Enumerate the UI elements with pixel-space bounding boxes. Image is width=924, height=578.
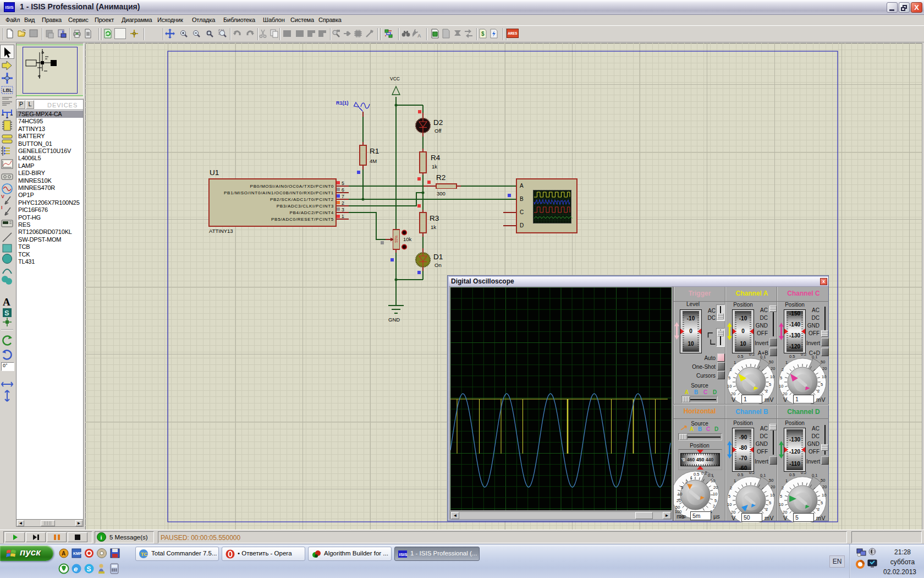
svg-text:VCC: VCC [390, 76, 400, 81]
svg-text:5: 5 [342, 181, 344, 186]
svg-text:1: 1 [342, 214, 344, 219]
svg-text:PB2/SCK/ADC1/T0/PCINT2: PB2/SCK/ADC1/T0/PCINT2 [270, 197, 334, 202]
svg-text:5: 5 [714, 498, 717, 503]
svg-text:10: 10 [770, 493, 774, 498]
svg-text:20: 20 [771, 366, 775, 371]
svg-text:2: 2 [766, 389, 768, 394]
svg-text:D2: D2 [433, 118, 443, 127]
svg-text:0.5: 0.5 [738, 354, 743, 359]
svg-text:2: 2 [782, 367, 784, 372]
svg-text:0.2: 0.2 [749, 353, 755, 357]
svg-text:5: 5 [821, 500, 823, 505]
svg-text:PB4/ADC2/PCINT4: PB4/ADC2/PCINT4 [289, 210, 334, 215]
svg-text:0.5: 0.5 [789, 472, 795, 477]
svg-text:S: S [87, 565, 91, 573]
svg-text:ISIS: ISIS [399, 552, 408, 557]
svg-text:PB0/MOSI/AIN0/OC0A/TXD/PCINT0: PB0/MOSI/AIN0/OC0A/TXD/PCINT0 [250, 184, 334, 189]
svg-text:2: 2 [766, 507, 768, 512]
svg-text:0.2: 0.2 [801, 353, 806, 357]
svg-text:10: 10 [779, 502, 783, 507]
svg-text:20: 20 [771, 484, 775, 489]
svg-text:0.1: 0.1 [812, 355, 817, 359]
svg-text:10: 10 [779, 384, 783, 389]
svg-text:1: 1 [785, 360, 788, 365]
svg-text:5: 5 [769, 382, 771, 387]
svg-text:A: A [62, 550, 65, 557]
svg-text:2: 2 [782, 486, 784, 490]
svg-text:2: 2 [342, 200, 344, 206]
svg-text:2: 2 [713, 504, 715, 509]
svg-text:0.1: 0.1 [760, 473, 766, 478]
svg-text:2: 2 [817, 389, 820, 394]
svg-text:20: 20 [822, 366, 827, 371]
svg-text:ATTINY13: ATTINY13 [209, 228, 233, 234]
svg-text:5: 5 [821, 382, 823, 387]
svg-text:10: 10 [727, 384, 732, 389]
svg-text:2: 2 [817, 507, 820, 512]
svg-text:V: V [1, 194, 4, 199]
svg-text:TC: TC [141, 552, 147, 557]
svg-text:7: 7 [342, 194, 344, 199]
svg-text:4M: 4M [370, 158, 377, 164]
svg-text:1: 1 [690, 475, 692, 480]
svg-text:R3: R3 [430, 214, 439, 222]
svg-text:20: 20 [713, 485, 718, 490]
svg-text:0.5: 0.5 [738, 472, 743, 477]
svg-text:A: A [520, 183, 524, 189]
svg-text:1k: 1k [432, 163, 437, 170]
svg-text:3: 3 [342, 207, 344, 212]
svg-text:0.1: 0.1 [812, 473, 817, 478]
svg-text:PB3/ADC3/CLKI/PCINT3: PB3/ADC3/CLKI/PCINT3 [277, 204, 334, 209]
svg-text:5: 5 [728, 494, 730, 499]
svg-text:10: 10 [678, 492, 682, 497]
svg-text:PB5/ADC0/RESET/PCINT5: PB5/ADC0/RESET/PCINT5 [271, 217, 334, 222]
svg-text:20: 20 [783, 510, 787, 515]
svg-text:50: 50 [769, 478, 773, 483]
svg-text:50%: 50% [394, 236, 398, 243]
svg-text:PB1/MISO/INT0/AIN1/OC0B/INT0/R: PB1/MISO/INT0/AIN1/OC0B/INT0/RXD/PCINT1 [224, 190, 334, 195]
svg-text:1: 1 [785, 478, 788, 483]
svg-text:Off: Off [435, 128, 442, 134]
svg-text:50: 50 [711, 478, 715, 483]
svg-text:20: 20 [822, 484, 827, 489]
svg-text:20: 20 [731, 391, 735, 396]
svg-text:10: 10 [727, 502, 732, 507]
svg-text:300: 300 [437, 190, 446, 197]
svg-text:U1: U1 [210, 168, 219, 177]
svg-text:0.2: 0.2 [701, 471, 707, 476]
svg-text:0.2: 0.2 [801, 472, 806, 475]
svg-text:C: C [520, 209, 524, 215]
svg-text:0.2: 0.2 [749, 472, 755, 475]
svg-text:2: 2 [685, 479, 688, 484]
svg-text:1: 1 [734, 360, 736, 365]
svg-text:20: 20 [783, 391, 787, 396]
svg-text:R4: R4 [431, 154, 441, 162]
svg-text:0.1: 0.1 [708, 473, 713, 478]
svg-text:0.5: 0.5 [694, 472, 699, 477]
svg-text:10: 10 [713, 492, 717, 497]
svg-text:1: 1 [734, 478, 736, 483]
svg-text:5: 5 [780, 375, 782, 380]
svg-text:GND: GND [388, 317, 400, 323]
svg-text:0.5: 0.5 [789, 354, 795, 359]
svg-text:10k: 10k [403, 236, 412, 242]
svg-text:A: A [417, 33, 421, 39]
svg-text:2: 2 [730, 367, 732, 372]
svg-text:5: 5 [681, 485, 683, 490]
svg-text:R2: R2 [436, 173, 446, 182]
svg-text:R1: R1 [370, 147, 379, 155]
svg-text:B: B [520, 196, 524, 202]
svg-text:On: On [435, 262, 442, 268]
svg-text:5: 5 [769, 500, 771, 505]
svg-text:20: 20 [676, 498, 681, 503]
svg-text:i: i [101, 534, 102, 541]
svg-text:50: 50 [769, 359, 773, 364]
svg-text:20: 20 [731, 510, 735, 515]
svg-text:D: D [520, 222, 524, 228]
svg-text:50: 50 [821, 359, 825, 364]
svg-text:D1: D1 [433, 253, 443, 261]
svg-text:0.1: 0.1 [760, 355, 766, 359]
svg-text:10: 10 [822, 374, 826, 379]
svg-text:e: e [74, 565, 78, 573]
svg-text:6: 6 [342, 187, 344, 193]
